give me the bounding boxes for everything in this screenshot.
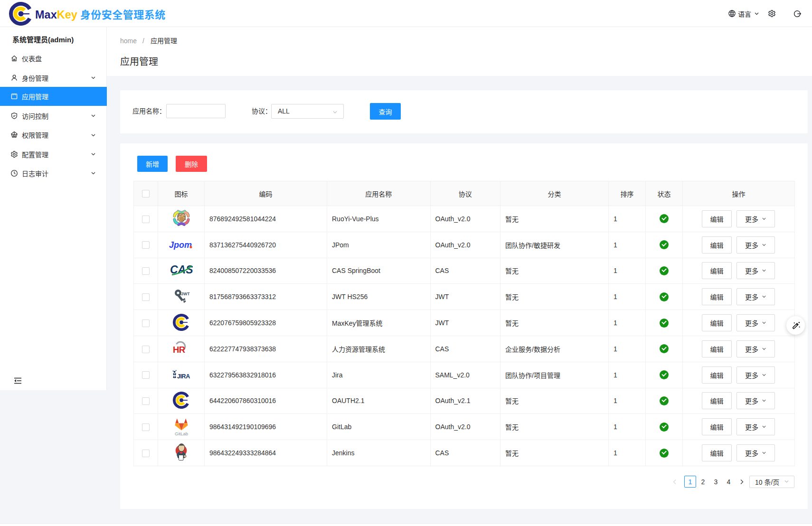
svg-text:Jpom: Jpom bbox=[169, 240, 192, 250]
svg-text:JIRA: JIRA bbox=[177, 373, 190, 380]
svg-text:JWT: JWT bbox=[181, 291, 190, 296]
svg-text:HR: HR bbox=[173, 345, 185, 355]
svg-text:GitLab: GitLab bbox=[175, 431, 188, 436]
